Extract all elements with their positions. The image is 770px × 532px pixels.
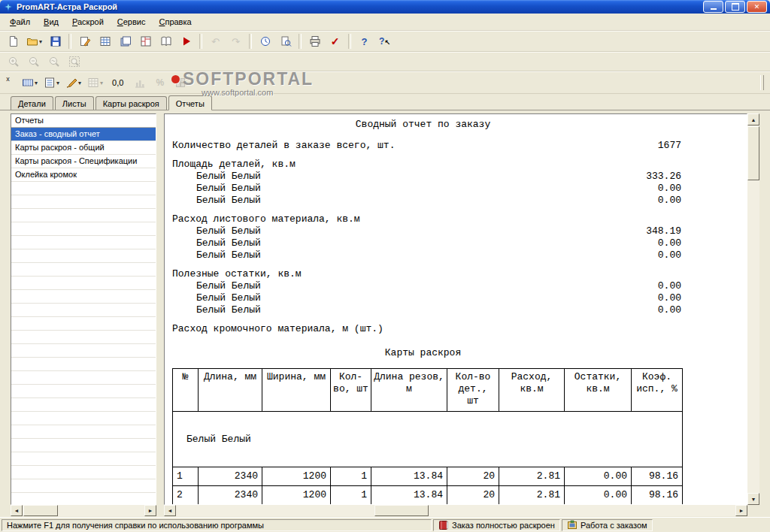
report-line: Белый Белый0.00 bbox=[165, 292, 681, 304]
report-line-label: Белый Белый bbox=[196, 292, 261, 304]
tab-1[interactable]: Листы bbox=[55, 96, 94, 110]
sheet-view-button[interactable]: ▾ bbox=[41, 74, 62, 92]
list-row-empty bbox=[11, 182, 156, 195]
redo-button: ↷ bbox=[226, 32, 245, 50]
check-order-icon: ✓ bbox=[329, 35, 341, 47]
reports-book-button[interactable] bbox=[156, 32, 175, 50]
minimize-button[interactable] bbox=[703, 1, 723, 13]
save-button[interactable] bbox=[46, 32, 65, 50]
report-vscroll-thumb[interactable] bbox=[747, 126, 759, 180]
close-button[interactable]: ✕ bbox=[747, 1, 767, 13]
status-panel-order: Заказ полностью раскроен bbox=[433, 519, 560, 531]
cutting-maps-button[interactable] bbox=[136, 32, 155, 50]
toolbar-view: x ▾▾▾▾0,0% bbox=[0, 71, 770, 94]
zoom-dynamic-icon bbox=[48, 56, 60, 68]
list-row-empty bbox=[11, 493, 156, 504]
sidebar-hscroll-thumb[interactable] bbox=[23, 505, 58, 516]
scroll-right-icon[interactable]: ► bbox=[735, 505, 747, 516]
toolbar-separator bbox=[299, 34, 302, 49]
toolbar-separator bbox=[348, 34, 351, 49]
report-list-item[interactable]: Заказ - сводный отчет bbox=[11, 128, 156, 141]
table-cell: 20 bbox=[447, 486, 499, 505]
new-document-button[interactable] bbox=[4, 32, 23, 50]
report-list-item[interactable]: Оклейка кромок bbox=[11, 168, 156, 182]
stats-chart-icon bbox=[134, 77, 146, 89]
toolbar-close-icon[interactable]: x bbox=[3, 74, 13, 84]
tab-0[interactable]: Детали bbox=[11, 96, 53, 110]
cutting-maps-table: №Длина, ммШирина, ммКол-во, штДлина резо… bbox=[172, 368, 683, 505]
sidebar-hscrollbar[interactable]: ◄ ► bbox=[11, 505, 156, 516]
report-pane: Сводный отчет по заказу Количество детал… bbox=[164, 113, 759, 516]
window-title: PromART-Астра Раскрой bbox=[17, 2, 703, 11]
list-row-empty bbox=[11, 236, 156, 249]
settings-grid-button bbox=[171, 74, 189, 92]
report-line-label: Белый Белый bbox=[196, 304, 261, 316]
report-line: Белый Белый0.00 bbox=[165, 183, 681, 195]
table-cell: 1 bbox=[331, 467, 371, 486]
menu-item-1[interactable]: Вид bbox=[37, 15, 65, 29]
table-cell: 1 bbox=[331, 486, 371, 505]
report-line: Расход кромочного материала, м (шт.) bbox=[165, 323, 681, 335]
zoom-in-button bbox=[4, 53, 23, 71]
report-gap bbox=[165, 316, 747, 323]
report-lines: Количество деталей в заказе всего, шт.16… bbox=[165, 140, 747, 335]
list-row-empty bbox=[11, 385, 156, 398]
table-header-cell: Ширина, мм bbox=[262, 369, 331, 412]
table-cell: 13.84 bbox=[371, 467, 447, 486]
context-help-button[interactable]: ?↖ bbox=[375, 32, 394, 50]
zoom-dynamic-button bbox=[44, 53, 63, 71]
report-line-value: 0.00 bbox=[658, 280, 681, 292]
table-header-cell: Коэф. исп., % bbox=[632, 369, 683, 412]
reports-sidebar: Отчеты Заказ - сводный отчетКарты раскро… bbox=[11, 113, 156, 516]
report-line-label: Полезные остатки, кв.м bbox=[172, 268, 302, 280]
paint-brush-icon bbox=[65, 77, 77, 89]
sheets-stack-button[interactable] bbox=[116, 32, 135, 50]
report-hscrollbar[interactable]: ◄ ► bbox=[164, 505, 747, 516]
status-panel-mode: Работа с заказом bbox=[562, 519, 653, 531]
report-list-item[interactable]: Карты раскроя - общий bbox=[11, 141, 156, 155]
menu-item-2[interactable]: Раскрой bbox=[65, 15, 111, 29]
scroll-down-icon[interactable]: ▼ bbox=[747, 493, 759, 505]
toolbar-grip[interactable] bbox=[760, 75, 764, 90]
report-list-item[interactable]: Карты раскроя - Спецификации bbox=[11, 155, 156, 168]
help-button[interactable]: ? bbox=[355, 32, 374, 50]
tab-3[interactable]: Отчеты bbox=[168, 95, 212, 110]
menu-item-3[interactable]: Сервис bbox=[111, 15, 153, 29]
scrollbar-corner bbox=[747, 505, 759, 516]
film-strip-button[interactable]: ▾ bbox=[20, 74, 40, 92]
paint-brush-button[interactable]: ▾ bbox=[63, 74, 83, 92]
print-preview-button[interactable] bbox=[276, 32, 295, 50]
list-row-empty bbox=[11, 344, 156, 358]
check-order-button[interactable]: ✓ bbox=[326, 32, 344, 50]
report-line: Расход листового материала, кв.м bbox=[165, 213, 681, 225]
menu-item-0[interactable]: Файл bbox=[3, 15, 37, 29]
edit-details-icon bbox=[79, 35, 91, 47]
report-hscroll-thumb[interactable] bbox=[374, 505, 429, 516]
run-cutting-button[interactable] bbox=[177, 32, 196, 50]
maximize-button[interactable] bbox=[725, 1, 745, 13]
scroll-left-icon[interactable]: ◄ bbox=[11, 505, 23, 516]
report-vscrollbar[interactable]: ▲ ▼ bbox=[747, 113, 759, 505]
print-preview-icon bbox=[280, 35, 292, 47]
table-cell: 2.81 bbox=[499, 486, 565, 505]
print-button[interactable] bbox=[305, 32, 324, 50]
clock-button[interactable] bbox=[256, 32, 274, 50]
report-line-value: 0.00 bbox=[658, 249, 681, 261]
tab-2[interactable]: Карты раскроя bbox=[95, 96, 167, 110]
open-folder-button[interactable]: ▾ bbox=[24, 32, 44, 50]
scroll-right-icon[interactable]: ► bbox=[144, 505, 156, 516]
table-cell: 13.84 bbox=[371, 486, 447, 505]
scroll-up-icon[interactable]: ▲ bbox=[747, 113, 759, 125]
status-panel-mode-label: Работа с заказом bbox=[581, 521, 647, 530]
scroll-left-icon[interactable]: ◄ bbox=[164, 505, 176, 516]
order-mode-icon bbox=[567, 520, 578, 530]
edit-details-button[interactable] bbox=[75, 32, 94, 50]
percent-button: % bbox=[150, 74, 169, 92]
report-subtitle: Карты раскроя bbox=[165, 347, 681, 359]
report-line: Белый Белый0.00 bbox=[165, 304, 681, 316]
menu-item-4[interactable]: Справка bbox=[152, 15, 198, 29]
details-grid-button[interactable] bbox=[95, 32, 114, 50]
print-icon bbox=[309, 35, 321, 47]
table-cell: 0.00 bbox=[565, 467, 632, 486]
table-cell: 1 bbox=[173, 467, 199, 486]
